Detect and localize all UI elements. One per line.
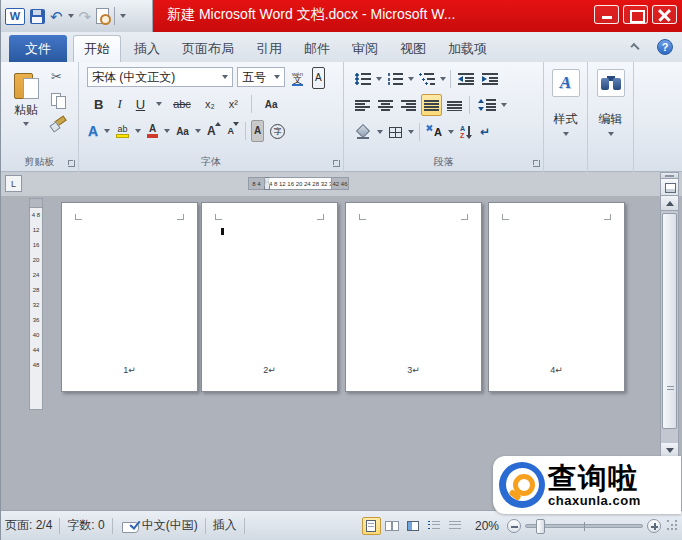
decrease-indent-button[interactable] (455, 68, 477, 90)
text-highlight-button[interactable]: ab (113, 120, 132, 142)
multilevel-caret-icon[interactable] (440, 77, 446, 81)
font-size-combobox[interactable]: 五号 (237, 67, 285, 87)
phonetic-guide-button[interactable]: wén 文 (289, 67, 306, 89)
show-hide-marks-button[interactable]: ↵ (477, 121, 493, 143)
font-color-button[interactable]: A (144, 120, 161, 142)
format-painter-button[interactable] (51, 117, 66, 132)
ruler-toggle-button[interactable] (660, 179, 679, 196)
tab-page-layout[interactable]: 页面布局 (171, 40, 245, 58)
line-spacing-button[interactable] (474, 94, 499, 116)
asian-layout-button[interactable]: A (425, 121, 445, 143)
copy-button[interactable] (51, 93, 66, 108)
split-handle[interactable] (660, 172, 679, 179)
document-page[interactable]: 3↵ (345, 202, 482, 392)
document-page[interactable]: 4↵ (488, 202, 625, 392)
shrink-font-button[interactable]: A (225, 120, 241, 142)
asian-layout-caret-icon[interactable] (448, 130, 454, 134)
underline-caret-icon[interactable] (156, 102, 162, 106)
proofing-status-icon[interactable] (122, 519, 140, 533)
customize-qat-caret-icon[interactable] (120, 14, 126, 18)
bullets-button[interactable] (352, 68, 374, 90)
underline-button[interactable]: U (133, 93, 148, 115)
align-left-button[interactable] (352, 94, 373, 116)
multilevel-list-button[interactable] (416, 68, 438, 90)
character-border-button[interactable]: A (312, 67, 325, 89)
character-shading-button[interactable]: A (251, 120, 264, 142)
tab-references[interactable]: 引用 (245, 40, 293, 58)
page-indicator[interactable]: 页面: 2/4 (5, 517, 52, 534)
word-app-icon[interactable]: W (5, 8, 25, 25)
italic-button[interactable]: I (114, 93, 124, 115)
tab-review[interactable]: 审阅 (341, 40, 389, 58)
draft-view-button[interactable] (446, 517, 465, 535)
font-dialog-launcher[interactable] (333, 160, 340, 167)
bullets-caret-icon[interactable] (376, 77, 382, 81)
numbering-caret-icon[interactable] (408, 77, 414, 81)
tab-add-ins[interactable]: 加载项 (437, 40, 498, 58)
align-right-button[interactable] (398, 94, 419, 116)
tab-file[interactable]: 文件 (9, 35, 67, 62)
center-button[interactable] (375, 94, 396, 116)
change-case-caret-icon[interactable] (195, 129, 201, 133)
sort-button[interactable]: AZ (457, 121, 474, 143)
enclose-characters-button[interactable]: 字 (267, 120, 288, 142)
undo-dropdown-caret-icon[interactable] (68, 14, 74, 18)
font-color-caret-icon[interactable] (164, 129, 170, 133)
document-page[interactable]: 2↵ (201, 202, 338, 392)
tab-mailings[interactable]: 邮件 (293, 40, 341, 58)
text-effects-button[interactable]: A (85, 120, 101, 142)
full-screen-reading-view-button[interactable] (383, 517, 402, 535)
superscript-button[interactable]: x² (226, 93, 241, 115)
resize-grip[interactable] (666, 519, 679, 532)
tab-insert[interactable]: 插入 (123, 40, 171, 58)
tab-home-active[interactable]: 开始 (73, 35, 121, 62)
insert-mode[interactable]: 插入 (213, 517, 237, 534)
tab-view[interactable]: 视图 (389, 40, 437, 58)
scrollbar-thumb[interactable] (662, 213, 677, 429)
borders-button[interactable] (386, 121, 405, 143)
scrollbar-track[interactable] (660, 211, 679, 443)
bold-button[interactable]: B (91, 93, 106, 115)
justify-button[interactable] (421, 94, 442, 116)
text-effects-caret-icon[interactable] (104, 129, 110, 133)
undo-button[interactable]: ↶ (50, 9, 63, 24)
maximize-button[interactable] (623, 5, 648, 24)
print-layout-view-button[interactable] (362, 517, 381, 535)
paragraph-dialog-launcher[interactable] (533, 160, 540, 167)
line-spacing-caret-icon[interactable] (501, 103, 507, 107)
close-button[interactable] (652, 5, 677, 24)
zoom-in-button[interactable] (647, 519, 661, 533)
tab-stop-selector[interactable]: L (5, 175, 22, 192)
numbering-button[interactable] (384, 68, 406, 90)
zoom-level[interactable]: 20% (475, 519, 499, 533)
word-count[interactable]: 字数: 0 (67, 517, 104, 534)
distribute-button[interactable] (444, 94, 465, 116)
clear-formatting-button[interactable]: Aa (262, 93, 281, 115)
print-preview-icon[interactable] (96, 8, 109, 24)
editing-caret-icon[interactable] (608, 132, 614, 136)
grow-font-button[interactable]: A (204, 120, 222, 142)
save-icon[interactable] (30, 9, 45, 24)
editing-button[interactable]: 编辑 (591, 68, 630, 166)
help-button[interactable]: ? (657, 39, 673, 55)
borders-caret-icon[interactable] (408, 130, 414, 134)
highlight-caret-icon[interactable] (135, 129, 141, 133)
font-name-combobox[interactable]: 宋体 (中文正文) (87, 67, 233, 87)
paste-caret-icon[interactable] (23, 122, 29, 126)
minimize-button[interactable] (594, 5, 619, 24)
cut-button[interactable]: ✂ (51, 70, 66, 84)
document-page[interactable]: 1↵ (61, 202, 198, 392)
font-size-caret-icon[interactable] (274, 75, 280, 79)
zoom-out-button[interactable] (507, 519, 521, 533)
clipboard-dialog-launcher[interactable] (68, 160, 75, 167)
shading-button[interactable] (352, 121, 374, 143)
redo-button[interactable]: ↷ (79, 9, 92, 24)
font-name-caret-icon[interactable] (222, 75, 228, 79)
change-case-button[interactable]: Aa (173, 120, 192, 142)
zoom-slider-thumb[interactable] (536, 519, 545, 534)
shading-caret-icon[interactable] (377, 130, 383, 134)
scroll-up-button[interactable] (660, 196, 679, 211)
increase-indent-button[interactable] (479, 68, 501, 90)
language-status[interactable]: 中文(中国) (142, 517, 198, 534)
styles-caret-icon[interactable] (563, 132, 569, 136)
